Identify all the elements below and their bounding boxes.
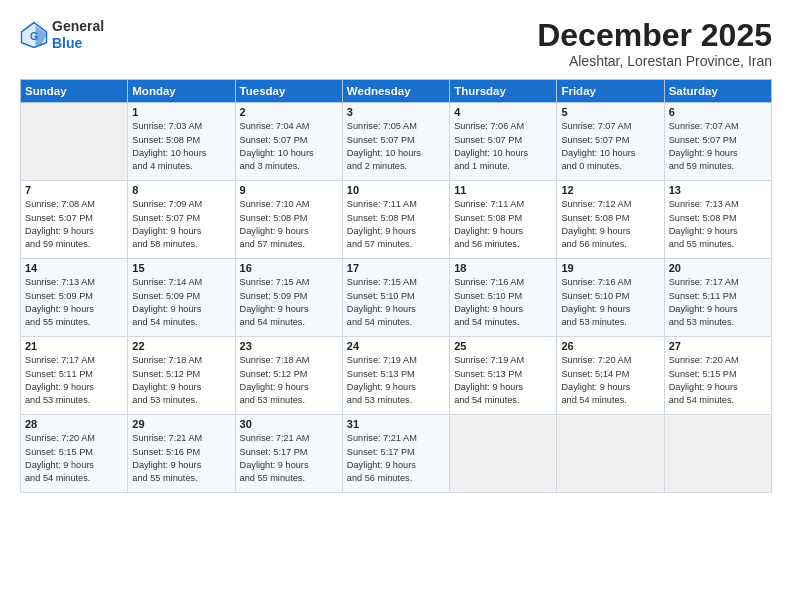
day-number: 24 — [347, 340, 445, 352]
cell-text: Sunrise: 7:15 AMSunset: 5:09 PMDaylight:… — [240, 276, 338, 329]
calendar-cell: 8Sunrise: 7:09 AMSunset: 5:07 PMDaylight… — [128, 181, 235, 259]
day-header-saturday: Saturday — [664, 80, 771, 103]
day-number: 18 — [454, 262, 552, 274]
day-number: 3 — [347, 106, 445, 118]
cell-text: Sunrise: 7:07 AMSunset: 5:07 PMDaylight:… — [561, 120, 659, 173]
calendar-cell: 15Sunrise: 7:14 AMSunset: 5:09 PMDayligh… — [128, 259, 235, 337]
cell-text: Sunrise: 7:13 AMSunset: 5:09 PMDaylight:… — [25, 276, 123, 329]
calendar-cell: 30Sunrise: 7:21 AMSunset: 5:17 PMDayligh… — [235, 415, 342, 493]
logo-text: General Blue — [52, 18, 104, 52]
calendar-cell: 5Sunrise: 7:07 AMSunset: 5:07 PMDaylight… — [557, 103, 664, 181]
cell-text: Sunrise: 7:04 AMSunset: 5:07 PMDaylight:… — [240, 120, 338, 173]
day-number: 5 — [561, 106, 659, 118]
logo-blue: Blue — [52, 35, 82, 51]
cell-text: Sunrise: 7:21 AMSunset: 5:16 PMDaylight:… — [132, 432, 230, 485]
calendar-cell: 7Sunrise: 7:08 AMSunset: 5:07 PMDaylight… — [21, 181, 128, 259]
cell-text: Sunrise: 7:16 AMSunset: 5:10 PMDaylight:… — [454, 276, 552, 329]
title-block: December 2025 Aleshtar, Lorestan Provinc… — [537, 18, 772, 69]
calendar-cell: 23Sunrise: 7:18 AMSunset: 5:12 PMDayligh… — [235, 337, 342, 415]
logo: G General Blue — [20, 18, 104, 52]
day-number: 23 — [240, 340, 338, 352]
calendar-cell: 20Sunrise: 7:17 AMSunset: 5:11 PMDayligh… — [664, 259, 771, 337]
day-number: 4 — [454, 106, 552, 118]
header-row: SundayMondayTuesdayWednesdayThursdayFrid… — [21, 80, 772, 103]
cell-text: Sunrise: 7:05 AMSunset: 5:07 PMDaylight:… — [347, 120, 445, 173]
subtitle: Aleshtar, Lorestan Province, Iran — [537, 53, 772, 69]
header: G General Blue December 2025 Aleshtar, L… — [20, 18, 772, 69]
cell-text: Sunrise: 7:21 AMSunset: 5:17 PMDaylight:… — [240, 432, 338, 485]
calendar-cell: 31Sunrise: 7:21 AMSunset: 5:17 PMDayligh… — [342, 415, 449, 493]
calendar-cell: 12Sunrise: 7:12 AMSunset: 5:08 PMDayligh… — [557, 181, 664, 259]
calendar-cell: 13Sunrise: 7:13 AMSunset: 5:08 PMDayligh… — [664, 181, 771, 259]
cell-text: Sunrise: 7:06 AMSunset: 5:07 PMDaylight:… — [454, 120, 552, 173]
day-number: 6 — [669, 106, 767, 118]
day-header-monday: Monday — [128, 80, 235, 103]
calendar-cell: 17Sunrise: 7:15 AMSunset: 5:10 PMDayligh… — [342, 259, 449, 337]
cell-text: Sunrise: 7:09 AMSunset: 5:07 PMDaylight:… — [132, 198, 230, 251]
calendar-cell: 10Sunrise: 7:11 AMSunset: 5:08 PMDayligh… — [342, 181, 449, 259]
day-number: 19 — [561, 262, 659, 274]
calendar-cell: 19Sunrise: 7:16 AMSunset: 5:10 PMDayligh… — [557, 259, 664, 337]
day-header-friday: Friday — [557, 80, 664, 103]
calendar-cell: 9Sunrise: 7:10 AMSunset: 5:08 PMDaylight… — [235, 181, 342, 259]
logo-general: General — [52, 18, 104, 34]
day-header-wednesday: Wednesday — [342, 80, 449, 103]
week-row-4: 21Sunrise: 7:17 AMSunset: 5:11 PMDayligh… — [21, 337, 772, 415]
cell-text: Sunrise: 7:15 AMSunset: 5:10 PMDaylight:… — [347, 276, 445, 329]
cell-text: Sunrise: 7:11 AMSunset: 5:08 PMDaylight:… — [454, 198, 552, 251]
calendar-cell: 6Sunrise: 7:07 AMSunset: 5:07 PMDaylight… — [664, 103, 771, 181]
month-title: December 2025 — [537, 18, 772, 53]
cell-text: Sunrise: 7:10 AMSunset: 5:08 PMDaylight:… — [240, 198, 338, 251]
day-header-tuesday: Tuesday — [235, 80, 342, 103]
calendar-cell: 28Sunrise: 7:20 AMSunset: 5:15 PMDayligh… — [21, 415, 128, 493]
svg-text:G: G — [30, 30, 38, 41]
calendar-cell — [664, 415, 771, 493]
calendar-cell: 24Sunrise: 7:19 AMSunset: 5:13 PMDayligh… — [342, 337, 449, 415]
cell-text: Sunrise: 7:03 AMSunset: 5:08 PMDaylight:… — [132, 120, 230, 173]
cell-text: Sunrise: 7:21 AMSunset: 5:17 PMDaylight:… — [347, 432, 445, 485]
day-number: 10 — [347, 184, 445, 196]
calendar-cell: 25Sunrise: 7:19 AMSunset: 5:13 PMDayligh… — [450, 337, 557, 415]
cell-text: Sunrise: 7:16 AMSunset: 5:10 PMDaylight:… — [561, 276, 659, 329]
cell-text: Sunrise: 7:17 AMSunset: 5:11 PMDaylight:… — [25, 354, 123, 407]
day-header-sunday: Sunday — [21, 80, 128, 103]
cell-text: Sunrise: 7:13 AMSunset: 5:08 PMDaylight:… — [669, 198, 767, 251]
calendar-cell: 4Sunrise: 7:06 AMSunset: 5:07 PMDaylight… — [450, 103, 557, 181]
day-number: 27 — [669, 340, 767, 352]
calendar-cell: 11Sunrise: 7:11 AMSunset: 5:08 PMDayligh… — [450, 181, 557, 259]
calendar-table: SundayMondayTuesdayWednesdayThursdayFrid… — [20, 79, 772, 493]
cell-text: Sunrise: 7:18 AMSunset: 5:12 PMDaylight:… — [132, 354, 230, 407]
week-row-1: 1Sunrise: 7:03 AMSunset: 5:08 PMDaylight… — [21, 103, 772, 181]
calendar-cell: 22Sunrise: 7:18 AMSunset: 5:12 PMDayligh… — [128, 337, 235, 415]
calendar-cell: 3Sunrise: 7:05 AMSunset: 5:07 PMDaylight… — [342, 103, 449, 181]
calendar-cell — [557, 415, 664, 493]
cell-text: Sunrise: 7:20 AMSunset: 5:15 PMDaylight:… — [669, 354, 767, 407]
day-number: 9 — [240, 184, 338, 196]
day-number: 31 — [347, 418, 445, 430]
page: G General Blue December 2025 Aleshtar, L… — [0, 0, 792, 612]
calendar-cell: 16Sunrise: 7:15 AMSunset: 5:09 PMDayligh… — [235, 259, 342, 337]
day-number: 13 — [669, 184, 767, 196]
cell-text: Sunrise: 7:14 AMSunset: 5:09 PMDaylight:… — [132, 276, 230, 329]
cell-text: Sunrise: 7:19 AMSunset: 5:13 PMDaylight:… — [454, 354, 552, 407]
cell-text: Sunrise: 7:07 AMSunset: 5:07 PMDaylight:… — [669, 120, 767, 173]
calendar-cell: 27Sunrise: 7:20 AMSunset: 5:15 PMDayligh… — [664, 337, 771, 415]
day-number: 7 — [25, 184, 123, 196]
calendar-cell — [450, 415, 557, 493]
day-number: 15 — [132, 262, 230, 274]
day-number: 17 — [347, 262, 445, 274]
calendar-cell: 29Sunrise: 7:21 AMSunset: 5:16 PMDayligh… — [128, 415, 235, 493]
day-number: 20 — [669, 262, 767, 274]
day-number: 26 — [561, 340, 659, 352]
calendar-cell — [21, 103, 128, 181]
cell-text: Sunrise: 7:20 AMSunset: 5:15 PMDaylight:… — [25, 432, 123, 485]
day-number: 11 — [454, 184, 552, 196]
cell-text: Sunrise: 7:19 AMSunset: 5:13 PMDaylight:… — [347, 354, 445, 407]
day-number: 16 — [240, 262, 338, 274]
calendar-cell: 26Sunrise: 7:20 AMSunset: 5:14 PMDayligh… — [557, 337, 664, 415]
calendar-cell: 18Sunrise: 7:16 AMSunset: 5:10 PMDayligh… — [450, 259, 557, 337]
calendar-cell: 14Sunrise: 7:13 AMSunset: 5:09 PMDayligh… — [21, 259, 128, 337]
cell-text: Sunrise: 7:17 AMSunset: 5:11 PMDaylight:… — [669, 276, 767, 329]
week-row-5: 28Sunrise: 7:20 AMSunset: 5:15 PMDayligh… — [21, 415, 772, 493]
day-number: 14 — [25, 262, 123, 274]
